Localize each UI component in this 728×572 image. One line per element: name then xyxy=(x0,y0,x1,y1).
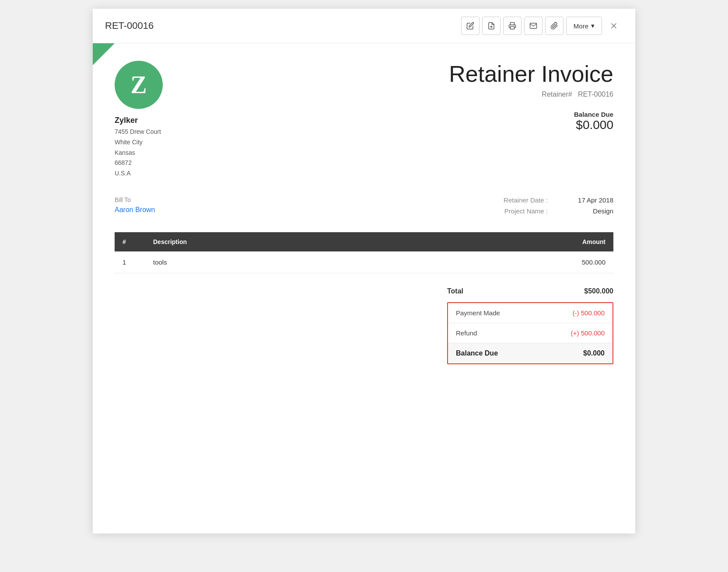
invoice-modal: RET-00016 xyxy=(93,9,635,534)
modal-header: RET-00016 xyxy=(93,9,635,43)
col-amount-header: Amount xyxy=(406,232,613,251)
header-actions: More ▾ xyxy=(461,17,623,35)
retainer-number: Retainer# RET-00016 xyxy=(449,91,613,98)
attach-button[interactable] xyxy=(545,17,564,35)
total-value: $500.000 xyxy=(584,287,613,295)
svg-rect-2 xyxy=(510,27,514,29)
payment-made-value: (-) 500.000 xyxy=(573,309,605,317)
col-num-header: # xyxy=(115,232,145,251)
retainer-date-row: Retainer Date : 17 Apr 2018 xyxy=(486,196,613,204)
retainer-num-label: Retainer# xyxy=(542,91,572,98)
company-name: Zylker xyxy=(115,116,138,125)
balance-due-label: Balance Due xyxy=(449,111,613,118)
table-header-row: # Description Amount xyxy=(115,232,613,251)
more-label: More xyxy=(574,22,588,30)
address-line5: U.S.A xyxy=(115,168,161,179)
bill-to-section: Bill To Aaron Brown xyxy=(115,196,155,214)
invoice-top: Z Zylker 7455 Drew Court White City Kans… xyxy=(115,61,613,179)
chevron-down-icon: ▾ xyxy=(591,22,595,30)
retainer-num-value: RET-00016 xyxy=(578,91,613,98)
final-balance-due-row: Balance Due $0.000 xyxy=(448,343,612,363)
close-button[interactable] xyxy=(605,17,623,35)
project-name-value: Design xyxy=(561,207,613,215)
meta-right: Retainer Date : 17 Apr 2018 Project Name… xyxy=(486,196,613,218)
row-num: 1 xyxy=(115,251,145,273)
balance-due-value: $0.000 xyxy=(449,118,613,132)
print-button[interactable] xyxy=(503,17,522,35)
green-corner-decoration xyxy=(93,43,115,65)
refund-row: Refund (+) 500.000 xyxy=(448,323,612,343)
company-address: 7455 Drew Court White City Kansas 66872 … xyxy=(115,127,161,179)
retainer-date-value: 17 Apr 2018 xyxy=(561,196,613,204)
summary-box: Payment Made (-) 500.000 Refund (+) 500.… xyxy=(447,302,613,364)
company-logo-letter: Z xyxy=(130,71,147,99)
row-amount: 500.000 xyxy=(406,251,613,273)
final-balance-due-label: Balance Due xyxy=(456,349,498,357)
totals-box: Total $500.000 Payment Made (-) 500.000 … xyxy=(447,282,613,364)
invoice-title-section: Retainer Invoice Retainer# RET-00016 Bal… xyxy=(449,61,613,132)
invoice-body: Z Zylker 7455 Drew Court White City Kans… xyxy=(93,43,635,382)
address-line1: 7455 Drew Court xyxy=(115,127,161,137)
address-line3: Kansas xyxy=(115,148,161,158)
total-label: Total xyxy=(447,287,463,295)
invoice-meta: Bill To Aaron Brown Retainer Date : 17 A… xyxy=(115,196,613,218)
project-name-row: Project Name : Design xyxy=(486,207,613,215)
row-description: tools xyxy=(145,251,406,273)
payment-made-row: Payment Made (-) 500.000 xyxy=(448,303,612,323)
more-button[interactable]: More ▾ xyxy=(566,17,602,35)
company-logo: Z xyxy=(115,61,163,109)
totals-area: Total $500.000 Payment Made (-) 500.000 … xyxy=(115,282,613,364)
address-line2: White City xyxy=(115,137,161,148)
refund-label: Refund xyxy=(456,329,477,337)
bill-to-label: Bill To xyxy=(115,196,155,203)
email-button[interactable] xyxy=(524,17,542,35)
project-name-label: Project Name : xyxy=(486,207,548,215)
retainer-date-label: Retainer Date : xyxy=(486,196,548,204)
address-line4: 66872 xyxy=(115,158,161,168)
col-description-header: Description xyxy=(145,232,406,251)
pdf-button[interactable] xyxy=(482,17,500,35)
items-table: # Description Amount 1 tools 500.000 xyxy=(115,232,613,273)
final-balance-due-value: $0.000 xyxy=(583,349,605,357)
invoice-id: RET-00016 xyxy=(105,20,154,31)
payment-made-label: Payment Made xyxy=(456,309,500,317)
company-section: Z Zylker 7455 Drew Court White City Kans… xyxy=(115,61,163,179)
invoice-title: Retainer Invoice xyxy=(449,61,613,87)
bill-to-name[interactable]: Aaron Brown xyxy=(115,206,155,214)
refund-value: (+) 500.000 xyxy=(571,329,605,337)
edit-button[interactable] xyxy=(461,17,480,35)
total-row: Total $500.000 xyxy=(447,282,613,300)
table-row: 1 tools 500.000 xyxy=(115,251,613,273)
